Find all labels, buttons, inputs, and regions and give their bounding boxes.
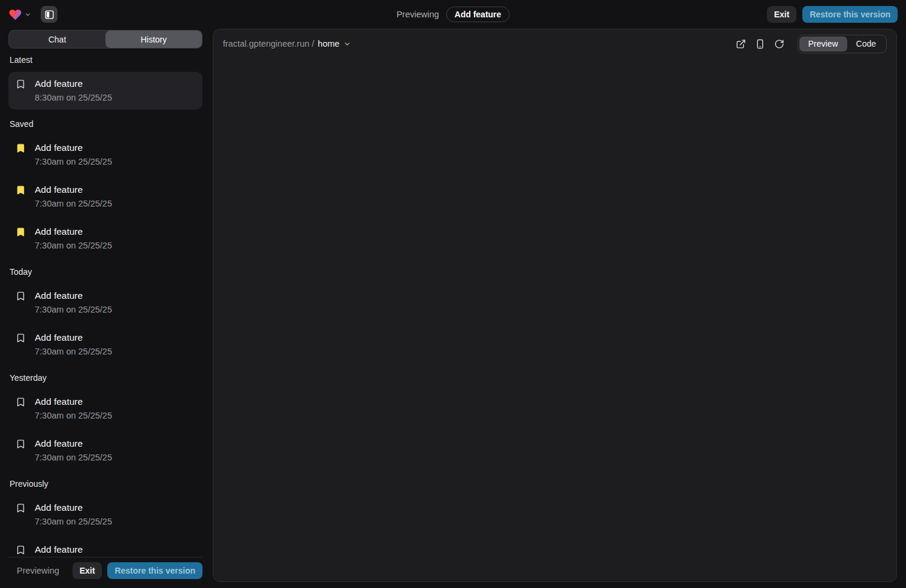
version-timestamp: 7:30am on 25/25/25 [35, 516, 112, 528]
bookmark-icon [16, 545, 26, 555]
history-sidebar: Chat History LatestAdd feature8:30am on … [8, 29, 203, 588]
bookmark-icon [16, 439, 26, 449]
version-title: Add feature [35, 141, 112, 154]
section-title: Saved [10, 119, 201, 129]
lovable-heart-icon [8, 8, 22, 21]
external-link-icon [736, 39, 746, 49]
version-timestamp: 7:30am on 25/25/25 [35, 410, 112, 422]
view-mode-toggle: Preview Code [798, 35, 887, 53]
footer-previewing-label: Previewing [17, 566, 59, 575]
bookmark-saved-icon [16, 185, 26, 195]
preview-content-area [213, 58, 896, 581]
bookmark-saved-icon [16, 143, 26, 153]
bookmark-icon [16, 291, 26, 301]
section-title: Today [10, 267, 201, 277]
url-page: home [318, 39, 339, 49]
previewing-label: Previewing [397, 10, 439, 19]
footer-exit-button[interactable]: Exit [73, 562, 102, 579]
version-item[interactable]: Add feature7:30am on 25/25/25 [8, 326, 203, 363]
version-history-list: LatestAdd feature8:30am on 25/25/25Saved… [8, 49, 203, 557]
version-title: Add feature [35, 225, 112, 238]
version-timestamp: 7:30am on 25/25/25 [35, 345, 112, 358]
tab-chat[interactable]: Chat [9, 31, 105, 48]
url-breadcrumb[interactable]: fractal.gptengineer.run / home [223, 39, 351, 49]
logo-menu[interactable] [8, 8, 31, 21]
bookmark-icon [16, 503, 26, 513]
refresh-icon [774, 39, 784, 49]
mobile-view-button[interactable] [752, 35, 769, 52]
version-timestamp: 7:30am on 25/25/25 [35, 451, 112, 464]
open-external-button[interactable] [733, 35, 750, 52]
version-item[interactable]: Add feature8:30am on 25/25/25 [8, 72, 203, 110]
version-item[interactable]: Add feature7:30am on 25/25/25 [8, 136, 203, 174]
preview-header: fractal.gptengineer.run / home [213, 29, 896, 58]
version-title: Add feature [35, 331, 112, 344]
bookmark-saved-icon [16, 227, 26, 237]
sidebar-toggle-button[interactable] [41, 6, 58, 23]
version-title: Add feature [35, 543, 112, 556]
version-timestamp: 7:30am on 25/25/25 [35, 198, 112, 210]
version-item[interactable]: Add feature7:30am on 25/25/25 [8, 538, 203, 557]
section-title: Yesterday [10, 373, 201, 383]
exit-button[interactable]: Exit [767, 6, 797, 23]
bookmark-icon [16, 397, 26, 407]
sidebar-footer: Previewing Exit Restore this version [8, 557, 203, 588]
version-pill: Add feature [446, 7, 510, 22]
section-title: Previously [10, 479, 201, 489]
version-item[interactable]: Add feature7:30am on 25/25/25 [8, 220, 203, 257]
version-title: Add feature [35, 395, 112, 408]
version-timestamp: 7:30am on 25/25/25 [35, 240, 112, 252]
chevron-down-icon [343, 40, 351, 48]
history-section: SavedAdd feature7:30am on 25/25/25Add fe… [8, 119, 203, 257]
sidebar-tabs: Chat History [8, 30, 203, 49]
version-title: Add feature [35, 501, 112, 514]
bookmark-icon [16, 333, 26, 343]
version-item[interactable]: Add feature7:30am on 25/25/25 [8, 284, 203, 322]
refresh-button[interactable] [771, 35, 788, 52]
version-timestamp: 8:30am on 25/25/25 [35, 92, 112, 104]
version-item[interactable]: Add feature7:30am on 25/25/25 [8, 432, 203, 469]
version-title: Add feature [35, 183, 112, 196]
version-item[interactable]: Add feature7:30am on 25/25/25 [8, 390, 203, 428]
restore-version-button[interactable]: Restore this version [802, 6, 898, 23]
tab-history[interactable]: History [105, 31, 202, 48]
version-title: Add feature [35, 437, 112, 450]
bookmark-icon [16, 79, 26, 89]
history-section: LatestAdd feature8:30am on 25/25/25 [8, 55, 203, 110]
version-title: Add feature [35, 289, 112, 302]
top-bar: Previewing Add feature Exit Restore this… [0, 0, 906, 29]
toggle-code[interactable]: Code [847, 37, 885, 51]
toggle-preview[interactable]: Preview [799, 37, 847, 51]
version-timestamp: 7:30am on 25/25/25 [35, 156, 112, 168]
chevron-down-icon [25, 11, 31, 18]
url-domain: fractal.gptengineer.run / [223, 39, 314, 49]
version-title: Add feature [35, 77, 112, 90]
version-item[interactable]: Add feature7:30am on 25/25/25 [8, 496, 203, 534]
history-section: PreviouslyAdd feature7:30am on 25/25/25A… [8, 479, 203, 557]
preview-panel: fractal.gptengineer.run / home [213, 29, 897, 582]
history-section: YesterdayAdd feature7:30am on 25/25/25Ad… [8, 373, 203, 469]
history-section: TodayAdd feature7:30am on 25/25/25Add fe… [8, 267, 203, 363]
section-title: Latest [10, 55, 201, 65]
version-item[interactable]: Add feature7:30am on 25/25/25 [8, 178, 203, 216]
version-timestamp: 7:30am on 25/25/25 [35, 304, 112, 316]
footer-restore-version-button[interactable]: Restore this version [107, 562, 203, 579]
panel-left-icon [44, 10, 55, 20]
smartphone-icon [755, 39, 765, 49]
